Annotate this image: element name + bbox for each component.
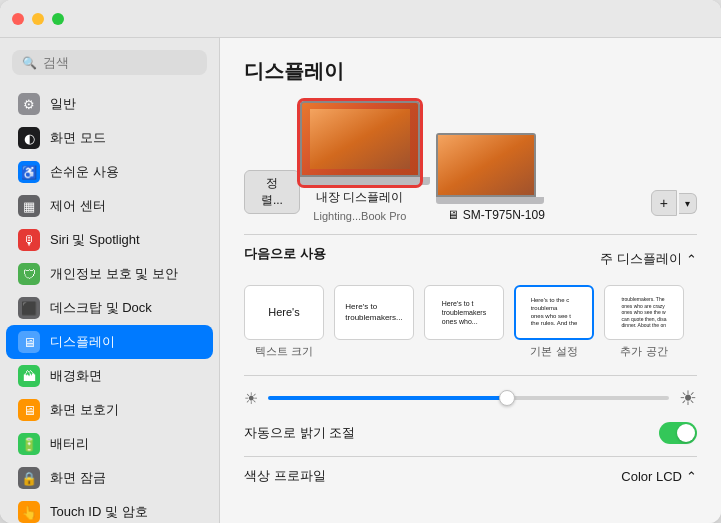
preview-text-5: troublemakers. The ones who are crazy on… [621, 296, 666, 329]
sidebar-label-screen-saver: 화면 보호기 [50, 401, 119, 419]
content-area: 디스플레이 정렬... [220, 38, 721, 523]
sidebar-item-accessibility[interactable]: ♿손쉬운 사용 [6, 155, 213, 189]
add-display-button[interactable]: + [651, 190, 677, 216]
sidebar-item-displays[interactable]: 🖥디스플레이 [6, 325, 213, 359]
siri-spotlight-icon: 🎙 [18, 229, 40, 251]
control-center-icon: ▦ [18, 195, 40, 217]
general-icon: ⚙ [18, 93, 40, 115]
color-profile-chevron-icon: ⌃ [686, 469, 697, 484]
privacy-icon: 🛡 [18, 263, 40, 285]
auto-brightness-row: 자동으로 밝기 조절 [244, 422, 697, 444]
accessibility-icon: ♿ [18, 161, 40, 183]
divider-3 [244, 456, 697, 457]
auto-brightness-label: 자동으로 밝기 조절 [244, 424, 355, 442]
sidebar-item-touch-id[interactable]: 👆Touch ID 및 암호 [6, 495, 213, 523]
text-option-5[interactable]: troublemakers. The ones who are crazy on… [604, 285, 684, 359]
displays-row: 내장 디스플레이 Lighting...Book Pro [300, 101, 697, 222]
laptop-screen-internal [300, 101, 420, 177]
brightness-slider[interactable] [268, 396, 669, 400]
divider-2 [244, 375, 697, 376]
sidebar-label-siri-spotlight: Siri 및 Spotlight [50, 231, 140, 249]
color-profile-label: 색상 프로파일 [244, 467, 326, 485]
preview-text-2: Here's to troublemakers... [345, 302, 402, 323]
sidebar-label-screen-lock: 화면 잠금 [50, 469, 106, 487]
sidebar-item-screen-lock[interactable]: 🔒화면 잠금 [6, 461, 213, 495]
desktop-dock-icon: ⬛ [18, 297, 40, 319]
svg-rect-1 [438, 135, 534, 195]
close-button[interactable] [12, 13, 24, 25]
text-preview-5: troublemakers. The ones who are crazy on… [604, 285, 684, 340]
wallpaper-icon: 🏔 [18, 365, 40, 387]
preview-text-3: Here's to t troublemakers ones who... [442, 299, 486, 326]
display-item-internal[interactable]: 내장 디스플레이 Lighting...Book Pro [300, 101, 420, 222]
sun-large-icon: ☀ [679, 386, 697, 410]
sidebar-item-battery[interactable]: 🔋배터리 [6, 427, 213, 461]
page-title: 디스플레이 [244, 58, 697, 85]
sidebar-item-desktop-dock[interactable]: ⬛데스크탑 및 Dock [6, 291, 213, 325]
monitor-icon: 🖥 [447, 208, 459, 222]
sidebar-item-control-center[interactable]: ▦제어 센터 [6, 189, 213, 223]
search-input[interactable] [43, 55, 197, 70]
sidebar-label-touch-id: Touch ID 및 암호 [50, 503, 148, 521]
arrange-button[interactable]: 정렬... [244, 170, 300, 214]
color-profile-value: Color LCD [621, 469, 682, 484]
main-use-chevron-icon: ⌃ [686, 252, 697, 267]
titlebar [0, 0, 721, 38]
sidebar: 🔍 ⚙일반◐화면 모드♿손쉬운 사용▦제어 센터🎙Siri 및 Spotligh… [0, 38, 220, 523]
internal-display-label: 내장 디스플레이 [316, 189, 403, 206]
displays-icon: 🖥 [18, 331, 40, 353]
text-option-label-1: 텍스트 크기 [255, 344, 313, 359]
auto-brightness-toggle[interactable] [659, 422, 697, 444]
sidebar-item-wallpaper[interactable]: 🏔배경화면 [6, 359, 213, 393]
main-use-select[interactable]: 주 디스플레이 ⌃ [600, 250, 697, 268]
sidebar-label-displays: 디스플레이 [50, 333, 115, 351]
preview-text-1: Here's [268, 305, 299, 319]
text-option-1[interactable]: Here's 텍스트 크기 [244, 285, 324, 359]
text-preview-2: Here's to troublemakers... [334, 285, 414, 340]
maximize-button[interactable] [52, 13, 64, 25]
sidebar-label-battery: 배터리 [50, 435, 89, 453]
external-display-name: SM-T975N-109 [463, 208, 545, 222]
screen-lock-icon: 🔒 [18, 467, 40, 489]
text-option-4[interactable]: Here's to the c troublema ones who see t… [514, 285, 594, 359]
search-box[interactable]: 🔍 [12, 50, 207, 75]
main-use-row: 다음으로 사용 주 디스플레이 ⌃ [244, 245, 697, 273]
external-display-art [438, 135, 534, 195]
display-thumb-internal[interactable] [300, 101, 420, 185]
add-display-dropdown[interactable]: ▾ [679, 193, 697, 214]
divider-1 [244, 234, 697, 235]
search-icon: 🔍 [22, 56, 37, 70]
sidebar-item-screen-mode[interactable]: ◐화면 모드 [6, 121, 213, 155]
main-window: 🔍 ⚙일반◐화면 모드♿손쉬운 사용▦제어 센터🎙Siri 및 Spotligh… [0, 0, 721, 523]
touch-id-icon: 👆 [18, 501, 40, 523]
sidebar-label-general: 일반 [50, 95, 76, 113]
sidebar-item-general[interactable]: ⚙일반 [6, 87, 213, 121]
svg-rect-0 [310, 109, 410, 169]
displays-header: 정렬... [244, 101, 697, 222]
text-option-3[interactable]: Here's to t troublemakers ones who... [424, 285, 504, 359]
brightness-row: ☀ ☀ [244, 386, 697, 410]
sidebar-items-container: ⚙일반◐화면 모드♿손쉬운 사용▦제어 센터🎙Siri 및 Spotlight🛡… [0, 87, 219, 523]
sidebar-label-screen-mode: 화면 모드 [50, 129, 106, 147]
laptop-base-internal [300, 177, 430, 185]
screen-saver-icon: 🖥 [18, 399, 40, 421]
minimize-button[interactable] [32, 13, 44, 25]
text-option-2[interactable]: Here's to troublemakers... [334, 285, 414, 359]
sidebar-item-privacy[interactable]: 🛡개인정보 보호 및 보안 [6, 257, 213, 291]
sidebar-label-wallpaper: 배경화면 [50, 367, 102, 385]
display-art [310, 109, 410, 169]
color-profile-select[interactable]: Color LCD ⌃ [621, 469, 697, 484]
text-size-options: Here's 텍스트 크기 Here's to troublemakers...… [244, 285, 697, 359]
sidebar-label-control-center: 제어 센터 [50, 197, 106, 215]
sidebar-label-accessibility: 손쉬운 사용 [50, 163, 119, 181]
sidebar-label-privacy: 개인정보 보호 및 보안 [50, 265, 178, 283]
sidebar-item-siri-spotlight[interactable]: 🎙Siri 및 Spotlight [6, 223, 213, 257]
text-preview-3: Here's to t troublemakers ones who... [424, 285, 504, 340]
display-thumb-external[interactable] [436, 133, 556, 204]
sidebar-item-screen-saver[interactable]: 🖥화면 보호기 [6, 393, 213, 427]
internal-display-sublabel: Lighting...Book Pro [313, 210, 406, 222]
main-area: 🔍 ⚙일반◐화면 모드♿손쉬운 사용▦제어 센터🎙Siri 및 Spotligh… [0, 38, 721, 523]
sun-small-icon: ☀ [244, 389, 258, 408]
main-use-label: 다음으로 사용 [244, 245, 326, 263]
display-item-external[interactable]: 🖥 SM-T975N-109 [436, 133, 556, 222]
